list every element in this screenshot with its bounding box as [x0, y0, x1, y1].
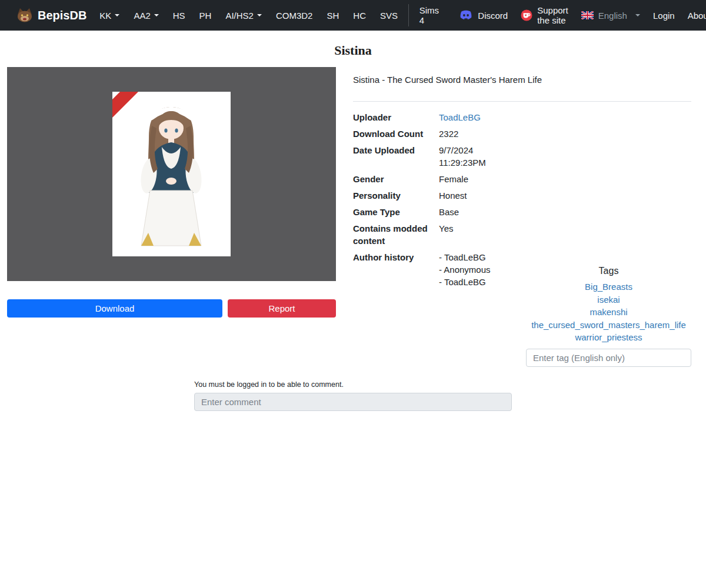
gender-value: Female — [439, 173, 512, 185]
tag-link[interactable]: makenshi — [526, 306, 691, 319]
personality-value: Honest — [439, 189, 512, 202]
action-buttons: Download Report — [7, 299, 336, 318]
discord-link[interactable]: Discord — [459, 10, 508, 21]
nav-item-hs[interactable]: HS — [166, 0, 192, 31]
support-link[interactable]: Support the site — [521, 5, 568, 25]
navbar-right: Discord Support the site — [446, 5, 706, 25]
author-history-label: Author history — [353, 251, 439, 288]
tag-link[interactable]: the_cursed_sword_masters_harem_life — [526, 319, 691, 332]
nav-item-com3d2[interactable]: COM3D2 — [269, 0, 320, 31]
detail-row-uploader: Uploader ToadLeBG — [353, 111, 518, 123]
author-history-entry: - ToadLeBG — [439, 251, 512, 263]
tag-input[interactable] — [526, 349, 691, 367]
nav-item-aihs2[interactable]: AI/HS2 — [218, 0, 269, 31]
about-link[interactable]: About — [688, 11, 706, 21]
nav-item-sh[interactable]: SH — [319, 0, 346, 31]
card-image-column: Download Report — [7, 67, 336, 367]
detail-row-game-type: Game Type Base — [353, 206, 518, 218]
nav-item-hc[interactable]: HC — [346, 0, 373, 31]
author-history-value: - ToadLeBG - Anonymous - ToadLeBG — [439, 251, 512, 288]
card-image-panel — [7, 67, 336, 281]
game-type-value: Base — [439, 206, 512, 218]
main-content: Download Report Sistina - The Cursed Swo… — [0, 67, 706, 367]
game-type-label: Game Type — [353, 206, 439, 218]
brand-link[interactable]: BepisDB — [16, 8, 86, 22]
nav-item-ph[interactable]: PH — [192, 0, 219, 31]
modded-content-label: Contains modded content — [353, 222, 439, 247]
card-full-title: Sistina - The Cursed Sword Master's Hare… — [353, 75, 691, 85]
personality-label: Personality — [353, 189, 439, 202]
caret-down-icon — [635, 14, 640, 16]
detail-row-modded-content: Contains modded content Yes — [353, 222, 518, 247]
detail-row-gender: Gender Female — [353, 173, 518, 185]
login-link[interactable]: Login — [653, 11, 675, 21]
kofi-cup-icon — [521, 9, 532, 21]
page-title: Sistina — [0, 43, 706, 58]
date-uploaded-label: Date Uploaded — [353, 144, 439, 169]
download-count-label: Download Count — [353, 128, 439, 140]
details-list: Uploader ToadLeBG Download Count 2322 Da… — [353, 111, 518, 367]
caret-down-icon — [257, 14, 262, 16]
modded-content-value: Yes — [439, 222, 512, 247]
support-label: Support the site — [537, 5, 568, 25]
detail-row-personality: Personality Honest — [353, 189, 518, 202]
brand-text: BepisDB — [38, 9, 86, 22]
uk-flag-icon — [581, 11, 594, 19]
detail-row-download-count: Download Count 2322 — [353, 128, 518, 140]
nav-item-aa2[interactable]: AA2 — [126, 0, 165, 31]
discord-icon — [459, 10, 473, 21]
nav-item-svs[interactable]: SVS — [373, 0, 405, 31]
character-card-image[interactable] — [112, 92, 231, 256]
main-nav: KK AA2 HS PH AI/HS2 COM3D2 SH HC SVS Sim… — [92, 0, 446, 31]
comment-input[interactable] — [194, 393, 512, 411]
comment-section: You must be logged in to be able to comm… — [194, 380, 512, 411]
caret-down-icon — [154, 14, 159, 16]
card-details-column: Sistina - The Cursed Sword Master's Hare… — [353, 67, 691, 367]
nav-item-sims4[interactable]: Sims 4 — [412, 0, 447, 31]
tags-section: Tags Big_Breasts isekai makenshi the_cur… — [526, 111, 691, 367]
divider — [353, 101, 691, 102]
top-navbar: BepisDB KK AA2 HS PH AI/HS2 COM3D2 SH HC… — [0, 0, 706, 31]
language-label: English — [598, 11, 627, 21]
tags-heading: Tags — [526, 264, 691, 278]
tag-link[interactable]: Big_Breasts — [526, 280, 691, 293]
login-required-notice: You must be logged in to be able to comm… — [194, 380, 512, 389]
gender-label: Gender — [353, 173, 439, 185]
cat-logo-icon — [16, 8, 33, 22]
uploader-link[interactable]: ToadLeBG — [439, 112, 481, 122]
author-history-entry: - ToadLeBG — [439, 276, 512, 288]
download-count-value: 2322 — [439, 128, 512, 140]
detail-row-author-history: Author history - ToadLeBG - Anonymous - … — [353, 251, 518, 288]
tag-link[interactable]: isekai — [526, 293, 691, 306]
nav-divider — [408, 4, 409, 26]
date-uploaded-value: 9/7/2024 11:29:23PM — [439, 144, 498, 169]
report-button[interactable]: Report — [228, 299, 336, 318]
detail-row-date-uploaded: Date Uploaded 9/7/2024 11:29:23PM — [353, 144, 518, 169]
nav-item-kk[interactable]: KK — [92, 0, 126, 31]
caret-down-icon — [115, 14, 119, 16]
language-selector[interactable]: English — [581, 11, 640, 21]
download-button[interactable]: Download — [7, 299, 222, 318]
discord-label: Discord — [478, 11, 508, 21]
tag-link[interactable]: warrior_priestess — [526, 331, 691, 344]
uploader-label: Uploader — [353, 111, 439, 123]
author-history-entry: - Anonymous — [439, 263, 512, 276]
